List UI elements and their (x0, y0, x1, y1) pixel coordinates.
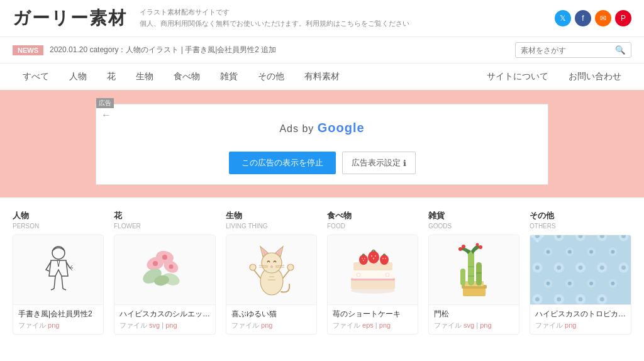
card-flower[interactable]: ハイビスカスのシルエッ… ファイル svg | png (114, 235, 216, 335)
svg-point-55 (475, 243, 479, 247)
social-icons: 𝕏 f ✉ P (555, 10, 631, 26)
card-info-person: 手書き風|会社員男性2 ファイル png (13, 304, 103, 334)
news-text: 2020.01.20 category：人物のイラスト | 手書き風|会社員男性… (50, 45, 515, 55)
search-button[interactable]: 🔍 (610, 43, 631, 57)
card-food[interactable]: 苺のショートケーキ ファイル eps | png (327, 235, 418, 335)
card-other[interactable]: ハイビスカスのトロピカ… ファイル png (530, 235, 631, 335)
nav-item-about[interactable]: サイトについて (477, 64, 558, 90)
category-label-other: その他 (530, 210, 631, 221)
card-file-png-flower[interactable]: png (165, 321, 177, 329)
card-info-food: 苺のショートケーキ ファイル eps | png (328, 304, 418, 334)
card-info-flower: ハイビスカスのシルエッ… ファイル svg | png (114, 304, 215, 334)
svg-point-21 (250, 264, 256, 270)
svg-point-8 (162, 255, 167, 260)
card-img-goods (429, 235, 519, 304)
card-title-flower: ハイビスカスのシルエッ… (119, 309, 210, 319)
card-person[interactable]: 手書き風|会社員男性2 ファイル png (13, 235, 104, 335)
category-label-en-living: LIVING THING (226, 223, 317, 230)
category-other: その他 OTHERS (530, 210, 631, 335)
svg-point-90 (547, 282, 550, 286)
card-title-person: 手書き風|会社員男性2 (18, 309, 98, 319)
svg-point-86 (600, 265, 604, 270)
nav-left: すべて 人物 花 生物 食べ物 雑貨 その他 有料素材 (13, 64, 477, 90)
card-file-png-goods[interactable]: png (480, 321, 491, 329)
nav-item-contact[interactable]: お問い合わせ (558, 64, 631, 90)
category-label-food: 食べ物 (327, 210, 418, 221)
search-input[interactable] (516, 43, 610, 57)
search-box: 🔍 (515, 42, 631, 58)
card-title-food: 苺のショートケーキ (333, 309, 413, 319)
site-title: ガーリー素材 (13, 6, 127, 30)
google-text: Google (318, 121, 365, 135)
category-label-en-food: FOOD (327, 223, 418, 230)
card-files-food: ファイル eps | png (333, 321, 413, 330)
nav-item-other[interactable]: その他 (248, 64, 294, 90)
card-file-svg-flower[interactable]: svg (149, 321, 160, 329)
svg-point-53 (462, 245, 465, 248)
banner-area: 広告 ← Ads by Google この広告の表示を停止 広告表示設定 ℹ (0, 91, 644, 197)
card-file-png-living[interactable]: png (261, 321, 272, 329)
card-title-other: ハイビスカスのトロピカ… (535, 309, 626, 319)
svg-point-92 (568, 282, 572, 286)
svg-point-62 (536, 240, 539, 243)
card-files-person: ファイル png (18, 321, 98, 330)
categories-section: 人物 PERSON (0, 197, 644, 347)
nav-item-all[interactable]: すべて (13, 64, 59, 90)
svg-point-11 (262, 253, 282, 273)
card-img-other (530, 235, 631, 304)
news-bar: NEWS 2020.01.20 category：人物のイラスト | 手書き風|… (0, 37, 644, 64)
ad-settings-button[interactable]: 広告表示設定 ℹ (342, 152, 416, 174)
nav-item-person[interactable]: 人物 (59, 64, 97, 90)
svg-point-31 (362, 258, 363, 259)
nav-item-premium[interactable]: 有料素材 (294, 64, 350, 90)
facebook-icon[interactable]: f (575, 10, 591, 26)
card-file-png-person[interactable]: png (48, 321, 59, 329)
category-label-en-other: OTHERS (530, 223, 631, 230)
category-label-en-goods: GOODS (428, 223, 519, 230)
category-goods: 雑貨 GOODS (428, 210, 519, 335)
site-description: イラスト素材配布サイトです 個人、商用利用関係なく無料でお使いいただけます。利用… (127, 7, 555, 29)
card-file-png-other[interactable]: png (565, 321, 576, 329)
info-icon: ℹ (403, 158, 406, 168)
twitter-icon[interactable]: 𝕏 (555, 10, 571, 26)
svg-point-22 (287, 264, 294, 270)
ad-label: 広告 (96, 98, 114, 108)
svg-point-72 (547, 250, 550, 254)
svg-point-35 (370, 255, 372, 256)
svg-point-7 (153, 261, 158, 266)
svg-point-76 (589, 250, 593, 254)
nav-item-flower[interactable]: 花 (97, 64, 126, 90)
card-file-png-food[interactable]: png (379, 321, 391, 329)
card-img-person (13, 235, 103, 304)
ad-buttons: この広告の表示を停止 広告表示設定 ℹ (106, 152, 538, 174)
svg-point-0 (52, 247, 65, 259)
nav-item-living[interactable]: 生物 (126, 64, 164, 90)
card-img-flower (114, 235, 215, 304)
svg-point-94 (589, 282, 593, 286)
site-header: ガーリー素材 イラスト素材配布サイトです 個人、商用利用関係なく無料でお使いいた… (0, 0, 644, 37)
svg-point-104 (600, 297, 604, 301)
svg-point-40 (385, 258, 386, 259)
svg-point-96 (611, 282, 615, 286)
card-file-svg-goods[interactable]: svg (464, 321, 474, 329)
nav-item-goods[interactable]: 雑貨 (210, 64, 248, 90)
rss-icon[interactable]: ✉ (595, 10, 611, 26)
svg-point-36 (374, 255, 375, 256)
ad-box: 広告 ← Ads by Google この広告の表示を停止 広告表示設定 ℹ (96, 104, 548, 185)
ad-back-button[interactable]: ← (101, 109, 111, 121)
card-title-goods: 門松 (434, 309, 514, 319)
card-goods[interactable]: 門松 ファイル svg | png (428, 235, 519, 335)
svg-rect-43 (463, 287, 486, 296)
card-living[interactable]: 喜ぶゆるい猫 ファイル png (226, 235, 317, 335)
ad-stop-button[interactable]: この広告の表示を停止 (229, 152, 336, 174)
nav-item-food[interactable]: 食べ物 (164, 64, 210, 90)
svg-point-98 (535, 297, 540, 301)
card-img-living (226, 235, 316, 304)
card-info-other: ハイビスカスのトロピカ… ファイル png (530, 304, 631, 334)
pinterest-icon[interactable]: P (615, 10, 631, 26)
card-info-goods: 門松 ファイル svg | png (429, 304, 519, 334)
card-file-eps-food[interactable]: eps (362, 321, 374, 329)
svg-point-37 (372, 257, 374, 258)
svg-point-34 (368, 251, 379, 264)
card-info-living: 喜ぶゆるい猫 ファイル png (226, 304, 316, 334)
